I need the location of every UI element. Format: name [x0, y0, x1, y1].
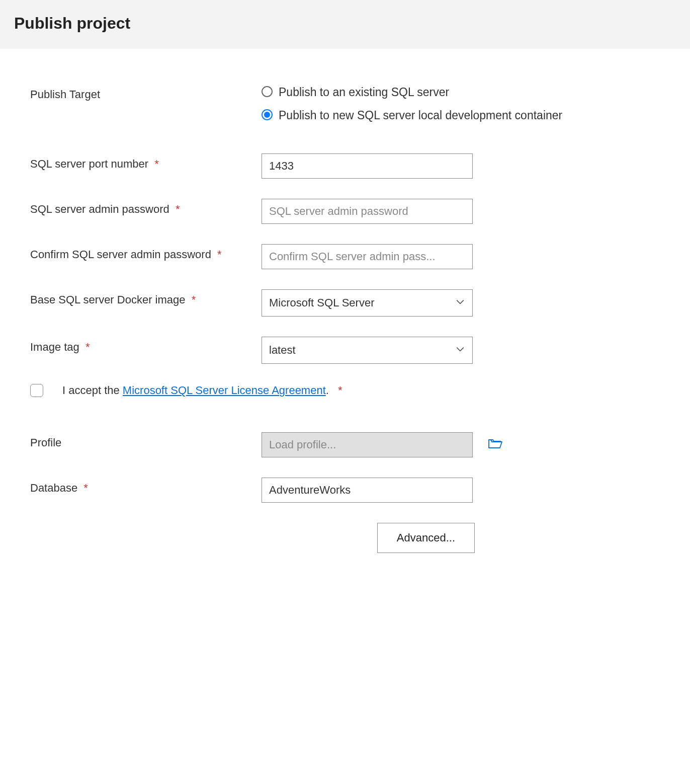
accept-license-text: I accept the Microsoft SQL Server Licens… [62, 384, 342, 397]
license-agreement-link[interactable]: Microsoft SQL Server License Agreement [123, 384, 326, 397]
radio-label-new-container: Publish to new SQL server local developm… [279, 107, 562, 123]
required-asterisk: * [176, 203, 180, 215]
confirm-password-label: Confirm SQL server admin password [30, 248, 211, 261]
publish-target-radio-group: Publish to an existing SQL server Publis… [262, 84, 660, 123]
database-label: Database [30, 482, 77, 494]
dialog-header: Publish project [0, 0, 690, 49]
publish-form: Publish Target Publish to an existing SQ… [0, 49, 690, 573]
folder-open-icon[interactable] [488, 437, 503, 453]
port-input[interactable] [262, 153, 473, 179]
required-asterisk: * [154, 158, 159, 170]
image-tag-select[interactable]: latest [262, 337, 473, 364]
advanced-button[interactable]: Advanced... [377, 523, 475, 553]
docker-image-select[interactable]: Microsoft SQL Server [262, 289, 473, 317]
profile-row: Profile [30, 432, 660, 457]
accept-prefix: I accept the [62, 384, 123, 397]
docker-image-row: Base SQL server Docker image * Microsoft… [30, 289, 660, 317]
radio-existing-server[interactable]: Publish to an existing SQL server [262, 84, 660, 100]
radio-circle-icon [262, 86, 273, 97]
dialog-title: Publish project [14, 14, 676, 33]
required-asterisk: * [192, 293, 196, 306]
publish-target-label: Publish Target [30, 88, 100, 101]
publish-target-row: Publish Target Publish to an existing SQ… [30, 84, 660, 123]
accept-license-checkbox[interactable] [30, 384, 43, 397]
radio-circle-icon [262, 109, 273, 120]
image-tag-value: latest [262, 337, 473, 364]
radio-new-container[interactable]: Publish to new SQL server local developm… [262, 107, 660, 123]
required-asterisk: * [85, 341, 90, 353]
port-row: SQL server port number * [30, 153, 660, 179]
password-input[interactable] [262, 199, 473, 224]
image-tag-label: Image tag [30, 341, 79, 353]
required-asterisk: * [83, 482, 88, 494]
button-row: Advanced... [30, 523, 475, 553]
confirm-password-input[interactable] [262, 244, 473, 269]
database-input[interactable] [262, 478, 473, 503]
password-row: SQL server admin password * [30, 199, 660, 224]
required-asterisk: * [338, 384, 342, 397]
docker-image-value: Microsoft SQL Server [262, 289, 473, 317]
profile-input[interactable] [262, 432, 473, 457]
confirm-password-row: Confirm SQL server admin password * [30, 244, 660, 269]
database-row: Database * [30, 478, 660, 503]
accept-license-row: I accept the Microsoft SQL Server Licens… [30, 384, 660, 397]
radio-label-existing: Publish to an existing SQL server [279, 84, 449, 100]
image-tag-row: Image tag * latest [30, 337, 660, 364]
docker-image-label: Base SQL server Docker image [30, 293, 186, 306]
accept-suffix: . [326, 384, 329, 397]
port-label: SQL server port number [30, 158, 148, 170]
profile-label: Profile [30, 436, 61, 449]
password-label: SQL server admin password [30, 203, 169, 215]
required-asterisk: * [217, 248, 222, 261]
